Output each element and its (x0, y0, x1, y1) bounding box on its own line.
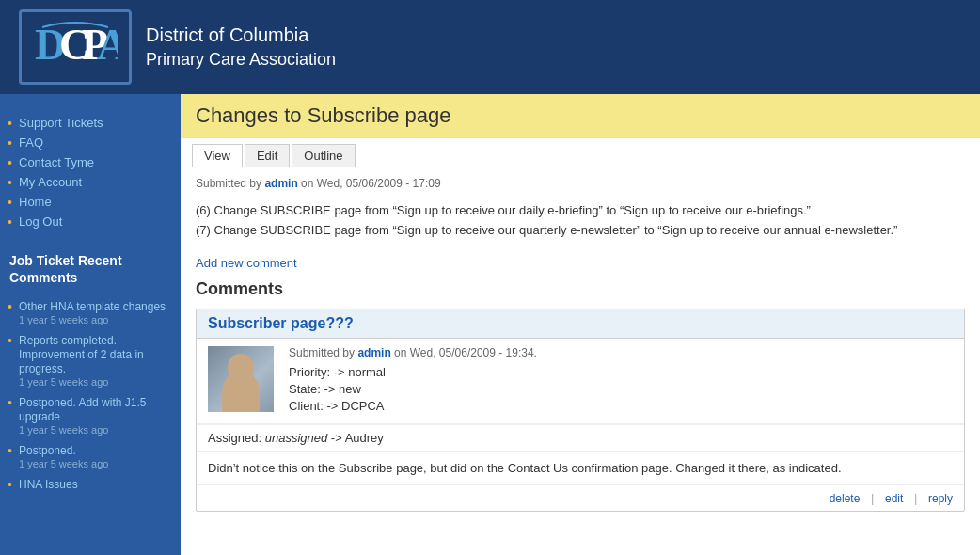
comments-heading: Comments (196, 279, 965, 299)
list-item[interactable]: Postponed. Add with J1.5 upgrade 1 year … (0, 391, 181, 439)
comment-assigned: Assigned: unassigned -> Audrey (197, 424, 964, 451)
content-line-1: (7) Change SUBSCRIBE page from “Sign up … (196, 221, 965, 241)
sidebar-link-contact-tyme[interactable]: Contact Tyme (19, 155, 94, 169)
add-comment-link[interactable]: Add new comment (196, 256, 297, 270)
comment-submitted: Submitted by admin on Wed, 05/06/2009 - … (289, 346, 953, 359)
avatar-placeholder (208, 346, 274, 412)
logo-area: D C P A District of Columbia Primary Car… (19, 9, 336, 85)
client-label: Client: (289, 399, 326, 413)
content-line-0: (6) Change SUBSCRIBE page from “Sign up … (196, 201, 965, 221)
client-value: -> DCPCA (326, 399, 384, 413)
page-title: Changes to Subscribe page (181, 94, 980, 138)
comment-box: Subscriber page??? Submitted by admin on… (196, 309, 965, 513)
priority-label: Priority: (289, 365, 334, 379)
comment-meta: Submitted by admin on Wed, 05/06/2009 - … (197, 339, 964, 424)
org-line1: District of Columbia (146, 22, 336, 48)
comment-header: Subscriber page??? (197, 309, 964, 339)
assigned-to: Audrey (345, 431, 384, 445)
timestamp-2: 1 year 5 weeks ago (19, 424, 171, 436)
comment-author-link[interactable]: admin (357, 346, 390, 359)
comment-fields: Submitted by admin on Wed, 05/06/2009 - … (289, 346, 953, 416)
sidebar-item-contact-tyme[interactable]: Contact Tyme (0, 152, 181, 172)
comment-date: Wed, 05/06/2009 - 19:34. (410, 346, 537, 359)
sidebar-item-my-account[interactable]: My Account (0, 172, 181, 192)
assigned-label: Assigned: (208, 431, 261, 445)
author-link[interactable]: admin (264, 177, 297, 190)
timestamp-1: 1 year 5 weeks ago (19, 376, 171, 388)
reply-link[interactable]: reply (928, 492, 953, 505)
submitted-line: Submitted by admin on Wed, 05/06/2009 - … (196, 177, 965, 190)
submitted-date: Wed, 05/06/2009 - 17:09 (317, 177, 441, 190)
state-row: State: -> new (289, 382, 953, 396)
avatar (208, 346, 274, 412)
comment-link-2[interactable]: Postponed. Add with J1.5 upgrade (19, 396, 146, 423)
sidebar-link-my-account[interactable]: My Account (19, 175, 82, 189)
sidebar-link-logout[interactable]: Log Out (19, 214, 62, 229)
timestamp-3: 1 year 5 weeks ago (19, 458, 171, 469)
priority-row: Priority: -> normal (289, 365, 953, 379)
sidebar-link-home[interactable]: Home (19, 195, 52, 209)
tabs-bar: View Edit Outline (181, 138, 980, 167)
logo-icon: D C P A (33, 20, 118, 71)
sidebar-item-logout[interactable]: Log Out (0, 212, 181, 231)
content-body: (6) Change SUBSCRIBE page from “Sign up … (196, 201, 965, 241)
state-value: -> new (324, 382, 361, 396)
comment-title-link[interactable]: Subscriber page??? (208, 315, 354, 331)
assigned-from: unassigned (265, 431, 328, 445)
main-content: Changes to Subscribe page View Edit Outl… (181, 94, 980, 555)
comment-link-4[interactable]: HNA Issues (19, 478, 78, 491)
comment-actions: delete | edit | reply (197, 484, 964, 511)
comment-link-3[interactable]: Postponed. (19, 444, 76, 457)
avatar-body-shape (222, 370, 260, 412)
sidebar-nav: Support Tickets FAQ Contact Tyme My Acco… (0, 103, 181, 241)
list-item[interactable]: Other HNA template changes 1 year 5 week… (0, 295, 181, 329)
edit-link[interactable]: edit (885, 492, 903, 505)
list-item[interactable]: Postponed. 1 year 5 weeks ago (0, 439, 181, 473)
layout: Support Tickets FAQ Contact Tyme My Acco… (0, 94, 980, 555)
comment-link-1[interactable]: Reports completed. Improvement of 2 data… (19, 334, 144, 375)
sidebar-link-support-tickets[interactable]: Support Tickets (19, 116, 103, 130)
sidebar-link-faq[interactable]: FAQ (19, 135, 43, 150)
content-area: Submitted by admin on Wed, 05/06/2009 - … (181, 167, 980, 279)
list-item[interactable]: Reports completed. Improvement of 2 data… (0, 329, 181, 391)
comment-link-0[interactable]: Other HNA template changes (19, 300, 166, 313)
client-row: Client: -> DCPCA (289, 399, 953, 413)
sidebar-comments: Other HNA template changes 1 year 5 week… (0, 292, 181, 499)
comments-section: Comments Subscriber page??? Submitted (181, 279, 980, 528)
separator-2: | (914, 491, 917, 505)
header: D C P A District of Columbia Primary Car… (0, 0, 980, 94)
org-name: District of Columbia Primary Care Associ… (146, 22, 336, 71)
tab-outline[interactable]: Outline (292, 144, 355, 166)
priority-value: -> normal (334, 365, 386, 379)
sidebar-section-title: Job Ticket Recent Comments (0, 241, 181, 292)
timestamp-0: 1 year 5 weeks ago (19, 314, 171, 325)
sidebar-item-home[interactable]: Home (0, 192, 181, 212)
sidebar-item-support-tickets[interactable]: Support Tickets (0, 113, 181, 133)
list-item[interactable]: HNA Issues (0, 473, 181, 495)
tab-edit[interactable]: Edit (245, 144, 290, 166)
org-line2: Primary Care Association (146, 48, 336, 71)
sidebar: Support Tickets FAQ Contact Tyme My Acco… (0, 94, 181, 555)
tab-view[interactable]: View (192, 144, 243, 167)
comment-text: Didn’t notice this on the Subscribe page… (197, 451, 964, 485)
separator-1: | (871, 491, 874, 505)
delete-link[interactable]: delete (830, 492, 861, 505)
state-label: State: (289, 382, 324, 396)
logo-box: D C P A (19, 9, 132, 85)
sidebar-item-faq[interactable]: FAQ (0, 133, 181, 152)
